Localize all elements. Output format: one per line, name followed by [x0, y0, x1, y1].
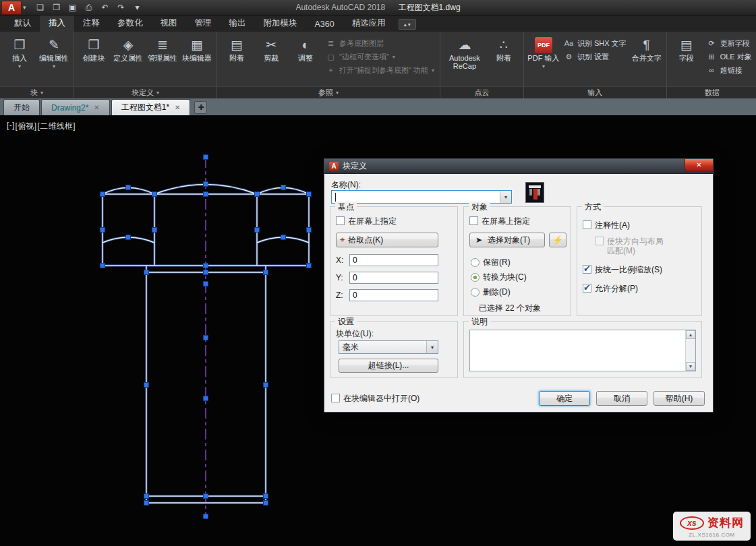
close-tab-icon[interactable]: ✕ [175, 104, 180, 111]
match-orientation-checkbox[interactable]: 使块方向与布局 匹配(M) [595, 237, 664, 255]
grip[interactable] [100, 264, 105, 268]
annotative-checkbox[interactable]: 注释性(A) [583, 220, 630, 230]
dialog-title-bar[interactable]: A 块定义 ✕ [324, 159, 713, 174]
delete-radio[interactable]: 删除(D) [471, 286, 511, 298]
grip[interactable] [204, 514, 208, 519]
scroll-down-icon[interactable]: ▼ [686, 362, 695, 371]
panel-label-point-cloud[interactable]: 点云 [440, 86, 523, 98]
open-in-block-editor-checkbox[interactable]: 在块编辑器中打开(O) [331, 394, 419, 403]
new-file-icon[interactable]: ❏ [33, 1, 48, 14]
tab-manage[interactable]: 管理 [186, 14, 221, 32]
grip[interactable] [264, 501, 268, 506]
quick-select-button[interactable]: ⚡ [549, 233, 566, 247]
help-button[interactable]: 帮助(H) [653, 391, 705, 406]
grip[interactable] [307, 264, 312, 268]
file-tab-start[interactable]: 开始 [3, 99, 40, 115]
hyperlink-dialog-button[interactable]: 超链接(L)... [339, 359, 438, 373]
field-button[interactable]: ▤ 字段 [670, 34, 703, 86]
panel-label-import[interactable]: 输入 [524, 86, 666, 98]
autodesk-recap-button[interactable]: ☁ Autodesk ReCap [444, 34, 486, 86]
tab-featured-apps[interactable]: 精选应用 [343, 14, 395, 32]
select-objects-button[interactable]: ➤ 选择对象(T) [469, 233, 545, 247]
minimize-ribbon-icon[interactable]: ▴▾ [399, 19, 416, 30]
tab-parametric[interactable]: 参数化 [109, 14, 152, 32]
grip[interactable] [281, 185, 286, 190]
ok-button[interactable]: 确定 [539, 391, 590, 406]
grip[interactable] [152, 192, 157, 197]
viewport-visual-style-control[interactable]: [二维线框] [37, 121, 75, 132]
underlay-layers-button[interactable]: ≣ 参考底图图层 [324, 38, 436, 49]
define-attributes-button[interactable]: ◈ 定义属性 [112, 34, 144, 86]
tab-addins[interactable]: 附加模块 [255, 14, 306, 32]
plot-icon[interactable]: ⎙ [82, 1, 96, 14]
base-specify-on-screen-checkbox[interactable]: 在屏幕上指定 [336, 216, 397, 226]
new-drawing-tab-button[interactable]: ✚ [194, 101, 207, 114]
convert-to-block-radio[interactable]: 转换为块(C) [471, 272, 527, 283]
grip[interactable] [204, 396, 208, 401]
drawing-area[interactable]: [-] [俯视] [二维线框] A 块定义 ✕ 名称(N): [0, 115, 756, 546]
grip[interactable] [307, 228, 312, 233]
grip[interactable] [126, 185, 131, 190]
grip[interactable] [204, 494, 208, 499]
grip[interactable] [204, 282, 208, 286]
autocad-app-button[interactable]: A [1, 1, 22, 15]
grip[interactable] [281, 235, 286, 240]
grip[interactable] [264, 383, 268, 388]
grip[interactable] [100, 192, 105, 197]
dialog-close-button[interactable]: ✕ [685, 159, 713, 171]
grip[interactable] [264, 270, 268, 275]
grip[interactable] [204, 155, 208, 160]
y-input[interactable] [349, 272, 438, 284]
grip[interactable] [204, 270, 208, 275]
save-icon[interactable]: ▣ [65, 1, 80, 14]
file-tab-drawing2[interactable]: Drawing2* ✕ [41, 99, 110, 115]
tab-output[interactable]: 输出 [221, 14, 255, 32]
z-input[interactable] [349, 289, 438, 301]
file-tab-active-document[interactable]: 工程图文档1* ✕ [111, 99, 191, 115]
snap-to-underlay-button[interactable]: ⌖ 打开"捕捉到参考底图" 功能 ▾ [324, 65, 436, 75]
grip[interactable] [152, 228, 157, 233]
panel-label-block-definition[interactable]: 块定义▾ [74, 86, 216, 98]
grip[interactable] [255, 228, 260, 233]
combine-text-button[interactable]: ¶ 合并文字 [631, 34, 663, 86]
grip[interactable] [144, 494, 149, 499]
adjust-button[interactable]: ◐ 调整 [289, 34, 322, 86]
grip[interactable] [204, 264, 208, 268]
grip[interactable] [126, 235, 131, 240]
grip[interactable] [204, 182, 208, 187]
tab-default[interactable]: 默认 [5, 14, 40, 32]
grip[interactable] [307, 192, 312, 197]
description-textarea[interactable]: ▲ ▼ [469, 330, 696, 371]
update-fields-button[interactable]: ⟳ 更新字段 [705, 38, 754, 49]
tab-view[interactable]: 视图 [152, 14, 186, 32]
uniform-scale-checkbox[interactable]: 按统一比例缩放(S) [583, 265, 662, 274]
block-editor-button[interactable]: ▦ 块编辑器 [181, 34, 213, 86]
objects-specify-on-screen-checkbox[interactable]: 在屏幕上指定 [469, 216, 530, 226]
cancel-button[interactable]: 取消 [596, 391, 647, 406]
point-cloud-attach-button[interactable]: ∴ 附着 [488, 34, 520, 86]
tab-a360[interactable]: A360 [306, 16, 343, 32]
clip-button[interactable]: ✂ 剪裁 [255, 34, 287, 86]
grip[interactable] [264, 494, 268, 499]
grip[interactable] [100, 228, 105, 233]
grip[interactable] [144, 383, 149, 388]
hyperlink-button[interactable]: ∞ 超链接 [705, 65, 754, 75]
close-tab-icon[interactable]: ✕ [94, 104, 99, 111]
allow-explode-checkbox[interactable]: 允许分解(P) [583, 284, 638, 293]
recognize-shx-button[interactable]: Aa 识别 SHX 文字 [562, 38, 629, 49]
open-file-icon[interactable]: ❐ [49, 1, 64, 14]
redo-icon[interactable]: ↷ [114, 1, 129, 14]
scroll-up-icon[interactable]: ▲ [686, 330, 695, 339]
insert-block-button[interactable]: ❒ 插入 ▾ [3, 34, 36, 86]
grip[interactable] [255, 192, 260, 197]
pdf-import-button[interactable]: PDF PDF 输入 ▾ [527, 34, 560, 86]
panel-label-block[interactable]: 块▾ [0, 86, 74, 98]
attach-button[interactable]: ▤ 附着 [221, 34, 253, 86]
block-unit-select[interactable]: 毫米 ▾ [339, 340, 438, 354]
viewport-view-control[interactable]: [俯视] [16, 121, 37, 132]
tab-annotate[interactable]: 注释 [74, 14, 109, 32]
app-menu-caret-icon[interactable]: ▾ [23, 4, 26, 11]
ole-object-button[interactable]: ⊞ OLE 对象 [705, 51, 754, 62]
grip[interactable] [204, 192, 208, 197]
panel-label-data[interactable]: 数据 [667, 86, 756, 98]
